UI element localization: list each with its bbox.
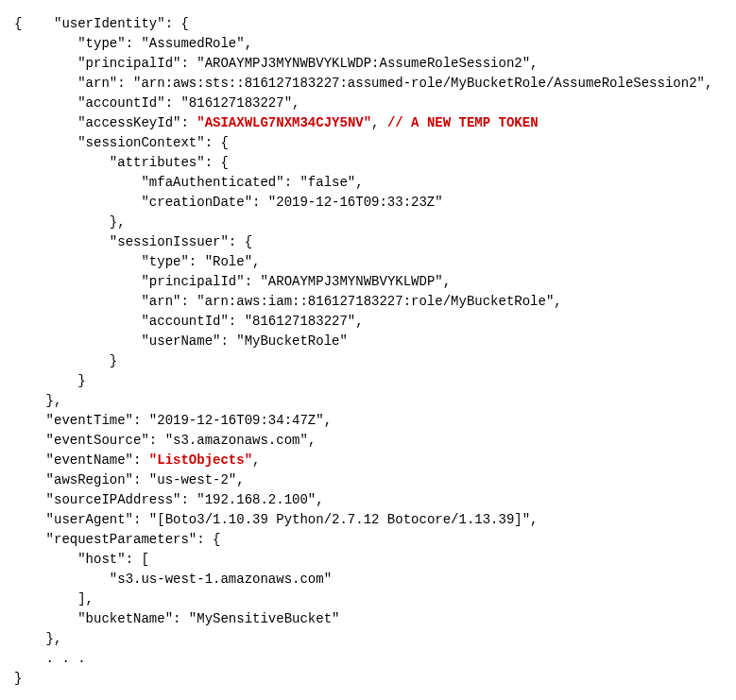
- mfa-value: "false": [300, 175, 355, 190]
- eventtime-value: "2019-12-16T09:34:47Z": [149, 413, 324, 428]
- useragent-value: "[Boto3/1.10.39 Python/2.7.12 Botocore/1…: [149, 512, 530, 527]
- issuer-accountid-value: "816127183227": [245, 314, 356, 329]
- issuer-username-value: "MyBucketRole": [236, 333, 348, 349]
- creationdate-value: "2019-12-16T09:33:23Z": [268, 195, 443, 210]
- arn-value: "arn:aws:sts::816127183227:assumed-role/…: [133, 76, 705, 91]
- bucketname-value: "MySensitiveBucket": [189, 611, 340, 626]
- json-text: }, . . . }: [14, 631, 86, 686]
- type-value: "AssumedRole": [141, 36, 244, 51]
- json-code-block: { "userIdentity": { "type": "AssumedRole…: [14, 14, 722, 689]
- issuer-principalid-value: "AROAYMPJ3MYNWBVYKLWDP": [260, 274, 442, 289]
- sourceip-value: "192.168.2.100": [197, 492, 316, 507]
- principalid-value: "AROAYMPJ3MYNWBVYKLWDP:AssumeRoleSession…: [197, 56, 530, 71]
- json-text: ,: [371, 115, 387, 130]
- issuer-arn-value: "arn:aws:iam::816127183227:role/MyBucket…: [197, 294, 554, 309]
- host-value: "s3.us-west-1.amazonaws.com": [110, 572, 332, 587]
- accountid-value: "816127183227": [180, 95, 292, 111]
- awsregion-value: "us-west-2": [149, 472, 236, 487]
- json-text: "sessionContext": { "attributes": { "mfa…: [14, 135, 300, 190]
- accesskeyid-highlight: "ASIAXWLG7NXM34CJY5NV": [197, 115, 371, 130]
- json-text: } } }, "eventTime":: [14, 353, 149, 428]
- accesskey-comment-highlight: // A NEW TEMP TOKEN: [387, 115, 539, 130]
- eventname-highlight: "ListObjects": [149, 452, 252, 468]
- eventsource-value: "s3.amazonaws.com": [165, 433, 308, 448]
- json-text: ], "bucketName":: [14, 591, 189, 626]
- issuer-type-value: "Role": [205, 254, 252, 269]
